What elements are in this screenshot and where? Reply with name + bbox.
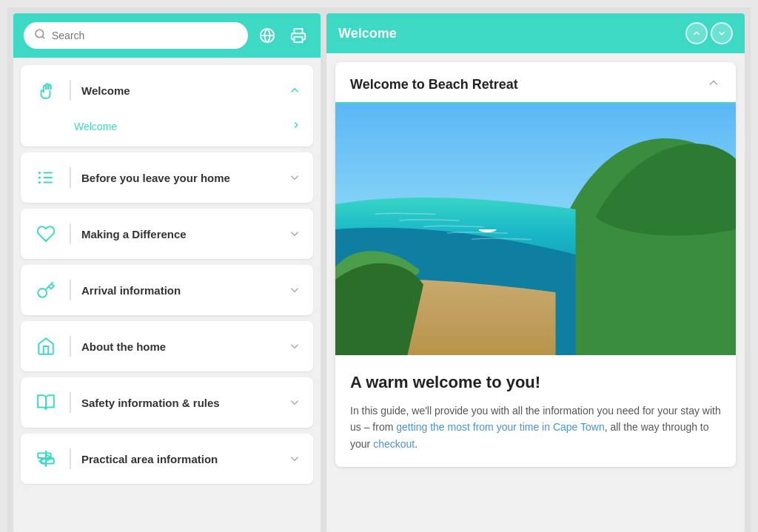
search-icon [34, 28, 46, 43]
content-card-title: Welcome to Beach Retreat [350, 77, 518, 92]
chevron-down-icon [288, 452, 301, 465]
chevron-down-icon [288, 171, 301, 184]
beach-image [335, 104, 736, 355]
collapse-icon[interactable] [706, 75, 721, 93]
nav-label-before-leave: Before you leave your home [81, 172, 278, 184]
svg-point-0 [36, 30, 44, 38]
right-header: Welcome [326, 13, 745, 53]
chevron-down-icon [288, 340, 301, 353]
left-panel: Welcome Welcome [13, 13, 321, 532]
chevron-up-icon [288, 84, 301, 97]
divider [70, 392, 71, 413]
right-header-controls [685, 22, 733, 44]
book-icon [33, 389, 59, 416]
nav-sub-welcome: Welcome [21, 115, 313, 147]
left-nav-scroll: Welcome Welcome [13, 58, 321, 532]
content-card-header: Welcome to Beach Retreat [335, 62, 736, 104]
list-icon [33, 164, 59, 191]
left-header [13, 13, 321, 58]
nav-item-about-home: About the home [21, 321, 313, 371]
welcome-text-after: . [415, 438, 417, 450]
divider [70, 448, 71, 469]
nav-item-arrival-header[interactable]: Arrival information [21, 265, 313, 315]
chevron-down-icon [288, 396, 301, 409]
hand-icon [33, 77, 59, 104]
nav-label-about-home: About the home [81, 340, 278, 353]
divider [70, 80, 71, 101]
nav-label-practical: Practical area information [81, 453, 278, 465]
nav-label-arrival: Arrival information [81, 284, 278, 297]
divider [70, 336, 71, 357]
right-header-title: Welcome [338, 26, 397, 41]
scroll-down-button[interactable] [711, 22, 733, 44]
welcome-text: In this guide, we'll provide you with al… [350, 403, 721, 452]
search-input[interactable] [52, 30, 238, 41]
nav-label-making-difference: Making a Difference [81, 228, 278, 240]
divider [70, 167, 71, 188]
nav-item-safety-header[interactable]: Safety information & rules [21, 377, 313, 428]
nav-item-welcome-header[interactable]: Welcome [21, 65, 313, 115]
chevron-down-icon [288, 283, 301, 297]
globe-button[interactable] [255, 24, 279, 47]
nav-item-about-home-header[interactable]: About the home [21, 321, 313, 371]
heart-icon [33, 220, 59, 247]
welcome-heading: A warm welcome to you! [350, 373, 721, 392]
link-checkout[interactable]: checkout [373, 438, 415, 450]
svg-rect-4 [295, 37, 303, 42]
chevron-down-icon [288, 227, 301, 240]
content-body: A warm welcome to you! In this guide, we… [335, 355, 736, 467]
nav-item-making-difference: Making a Difference [21, 209, 313, 259]
nav-item-making-difference-header[interactable]: Making a Difference [21, 209, 313, 259]
beach-canvas [335, 104, 736, 355]
divider [70, 280, 71, 300]
nav-item-welcome: Welcome Welcome [21, 65, 313, 147]
svg-line-1 [42, 36, 44, 38]
chevron-right-icon [291, 120, 301, 133]
nav-label-safety: Safety information & rules [81, 397, 278, 409]
nav-sub-label-welcome: Welcome [74, 121, 117, 132]
home-icon [33, 333, 59, 360]
print-button[interactable] [286, 24, 310, 47]
signpost-icon [33, 445, 59, 472]
right-panel: Welcome Welcome to Beach Retreat [326, 13, 745, 532]
nav-item-before-leave: Before you leave your home [21, 152, 313, 203]
right-content-scroll: Welcome to Beach Retreat A warm welcome … [326, 53, 745, 532]
search-box[interactable] [24, 22, 248, 49]
nav-label-welcome: Welcome [81, 84, 278, 97]
nav-item-practical-header[interactable]: Practical area information [21, 434, 313, 484]
app-container: Welcome Welcome [7, 7, 751, 532]
link-cape-town[interactable]: getting the most from your time in Cape … [396, 421, 604, 433]
content-card: Welcome to Beach Retreat A warm welcome … [335, 62, 736, 467]
nav-item-safety: Safety information & rules [21, 377, 313, 428]
nav-item-before-leave-header[interactable]: Before you leave your home [21, 152, 313, 203]
divider [70, 223, 71, 244]
nav-sub-item-welcome[interactable]: Welcome [33, 115, 301, 138]
nav-item-arrival: Arrival information [21, 265, 313, 315]
key-icon [33, 277, 59, 303]
scroll-up-button[interactable] [685, 22, 708, 44]
nav-item-practical: Practical area information [21, 434, 313, 484]
